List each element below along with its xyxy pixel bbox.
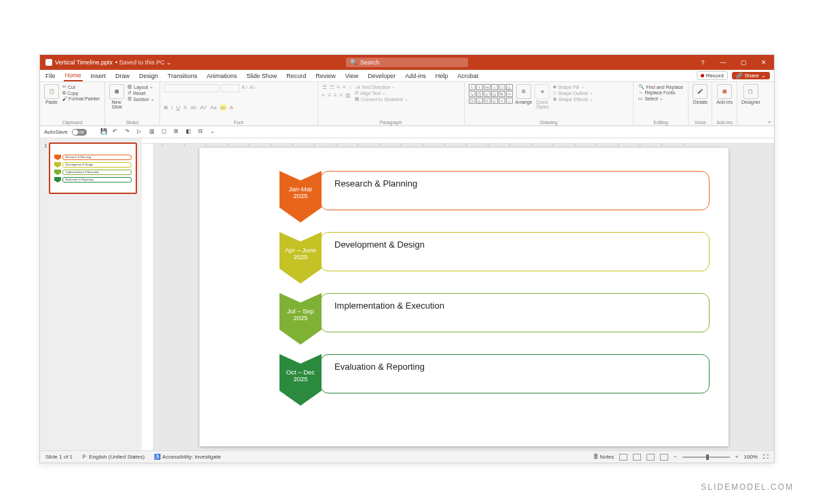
- case-button[interactable]: Aa: [210, 104, 217, 111]
- find-button[interactable]: 🔍Find and Replace: [638, 84, 684, 90]
- increase-font-icon[interactable]: A↑: [241, 84, 248, 90]
- slide-counter[interactable]: Slide 1 of 1: [45, 454, 73, 460]
- underline-button[interactable]: U: [176, 104, 180, 111]
- designer-button[interactable]: ▢Designer: [741, 84, 760, 104]
- tab-acrobat[interactable]: Acrobat: [456, 71, 480, 81]
- timeline-item[interactable]: Apr – June 2025 Development & Design: [279, 232, 710, 284]
- shape-outline-button[interactable]: ◇Shape Outline ⌄: [552, 90, 594, 96]
- indent-right-button[interactable]: ≡: [343, 84, 346, 90]
- bold-button[interactable]: B: [164, 104, 168, 111]
- timeline-content-box[interactable]: Development & Design: [320, 232, 710, 271]
- save-icon[interactable]: 💾: [100, 128, 109, 136]
- tab-developer[interactable]: Developer: [366, 71, 397, 81]
- highlight-button[interactable]: ab: [220, 104, 227, 111]
- numbering-button[interactable]: ☷: [330, 84, 334, 90]
- fit-window-button[interactable]: ⛶: [763, 454, 769, 460]
- accessibility-status[interactable]: ♿ Accessibility: Investigate: [154, 454, 220, 460]
- align-right-button[interactable]: ≡: [334, 92, 337, 98]
- tab-design[interactable]: Design: [138, 71, 159, 81]
- dictate-button[interactable]: 🎤Dictate: [693, 84, 708, 104]
- spacing-button[interactable]: AV: [200, 104, 207, 111]
- align-center-button[interactable]: ≡: [328, 92, 331, 98]
- font-family-select[interactable]: [164, 84, 218, 92]
- undo-icon[interactable]: ↶: [113, 128, 121, 136]
- timeline-chevron[interactable]: Jan-Mar 2025: [279, 171, 322, 222]
- qat-icon[interactable]: ▥: [149, 128, 157, 136]
- timeline-content-box[interactable]: Research & Planning: [320, 171, 710, 210]
- timeline-chevron[interactable]: Oct – Dec 2025: [279, 354, 322, 406]
- new-slide-button[interactable]: ▦New Slide: [109, 84, 124, 109]
- qat-more-icon[interactable]: ⌄: [210, 128, 218, 136]
- close-button[interactable]: ✕: [754, 55, 774, 70]
- qat-icon[interactable]: ▢: [161, 128, 170, 136]
- select-button[interactable]: ▭Select ⌄: [638, 96, 684, 101]
- timeline-item[interactable]: Oct – Dec 2025 Evaluation & Reporting: [279, 354, 710, 406]
- shape-fill-button[interactable]: ◆Shape Fill ⌄: [552, 84, 594, 90]
- share-button[interactable]: 🔗Share ⌄: [732, 72, 770, 79]
- qat-icon[interactable]: ⊞: [174, 128, 182, 136]
- copy-button[interactable]: ⧉Copy: [62, 90, 100, 96]
- strike-button[interactable]: S: [183, 104, 187, 111]
- redo-icon[interactable]: ↷: [125, 128, 133, 136]
- zoom-out-button[interactable]: −: [674, 454, 677, 460]
- smartart-button[interactable]: ▦Convert to SmartArt ⌄: [354, 96, 409, 102]
- tab-help[interactable]: Help: [434, 71, 450, 81]
- vertical-ruler[interactable]: [142, 144, 154, 450]
- tab-slideshow[interactable]: Slide Show: [245, 71, 278, 81]
- tab-animations[interactable]: Animations: [206, 71, 239, 81]
- timeline-content-box[interactable]: Evaluation & Reporting: [320, 354, 710, 393]
- shape-effects-button[interactable]: ◉Shape Effects ⌄: [552, 96, 594, 102]
- slideshow-icon[interactable]: ▷: [137, 128, 145, 136]
- format-painter-button[interactable]: 🖌Format Painter: [62, 96, 100, 101]
- qat-icon[interactable]: ◧: [186, 128, 194, 136]
- line-spacing-button[interactable]: ↕: [349, 84, 351, 90]
- decrease-font-icon[interactable]: A↓: [250, 84, 256, 90]
- cut-button[interactable]: ✂Cut: [62, 84, 100, 90]
- qat-icon[interactable]: ⊟: [198, 128, 206, 136]
- tab-record[interactable]: Record: [285, 71, 307, 81]
- zoom-in-button[interactable]: +: [735, 454, 739, 460]
- tab-file[interactable]: File: [44, 71, 57, 81]
- bullets-button[interactable]: ☰: [322, 84, 327, 90]
- collapse-ribbon-button[interactable]: ⌄: [764, 82, 774, 125]
- tab-insert[interactable]: Insert: [90, 71, 108, 81]
- tab-review[interactable]: Review: [314, 71, 337, 81]
- notes-button[interactable]: ≣ Notes: [594, 454, 614, 460]
- slide-1[interactable]: Jan-Mar 2025 Research & Planning Apr – J…: [199, 148, 729, 446]
- slideshow-view-button[interactable]: [660, 454, 668, 461]
- tab-transitions[interactable]: Transitions: [166, 71, 199, 81]
- arrange-button[interactable]: ⊞Arrange: [516, 84, 532, 104]
- timeline-chevron[interactable]: Apr – June 2025: [279, 232, 322, 284]
- slide-editor[interactable]: Jan-Mar 2025 Research & Planning Apr – J…: [154, 144, 774, 450]
- tab-home[interactable]: Home: [64, 71, 83, 81]
- horizontal-ruler[interactable]: [142, 138, 774, 144]
- section-button[interactable]: ☰Section ⌄: [127, 96, 155, 102]
- help-icon[interactable]: ?: [693, 55, 713, 70]
- shapes-gallery[interactable]: \\▭○□△ ↘⬡◇⬠↻⇨ ⬡△▽◇☆⌄: [469, 84, 513, 104]
- text-direction-button[interactable]: ↕AText Direction ⌄: [354, 84, 409, 90]
- timeline-item[interactable]: Jul – Sep 2025 Implementation & Executio…: [279, 293, 710, 345]
- search-box[interactable]: 🔍 Search: [346, 58, 468, 67]
- timeline-content-box[interactable]: Implementation & Execution: [320, 293, 710, 332]
- align-left-button[interactable]: ≡: [322, 92, 326, 98]
- paste-button[interactable]: 📋Paste: [44, 84, 59, 104]
- font-color-button[interactable]: A: [229, 104, 233, 111]
- tab-draw[interactable]: Draw: [114, 71, 131, 81]
- reading-view-button[interactable]: [646, 454, 655, 461]
- tab-view[interactable]: View: [344, 71, 360, 81]
- slide-thumbnail-1[interactable]: Research & Planning Development & Design…: [49, 142, 137, 194]
- replace-button[interactable]: ↔Replace Fonts: [638, 90, 684, 95]
- indent-left-button[interactable]: ≡: [337, 84, 341, 90]
- zoom-slider[interactable]: [682, 457, 730, 458]
- tab-addins[interactable]: Add-ins: [404, 71, 427, 81]
- shadow-button[interactable]: ab: [191, 104, 197, 111]
- record-button[interactable]: Record: [697, 71, 728, 80]
- italic-button[interactable]: I: [171, 104, 172, 111]
- font-size-select[interactable]: [220, 84, 239, 92]
- slide-thumbnails-panel[interactable]: 1 Research & Planning Development & Desi…: [40, 138, 142, 450]
- quick-styles-button[interactable]: ◆Quick Styles: [535, 84, 549, 109]
- zoom-level[interactable]: 100%: [744, 454, 758, 460]
- columns-button[interactable]: ▥: [345, 92, 351, 98]
- layout-button[interactable]: ▥Layout ⌄: [127, 84, 155, 90]
- language-status[interactable]: 🏳 English (United States): [82, 454, 144, 460]
